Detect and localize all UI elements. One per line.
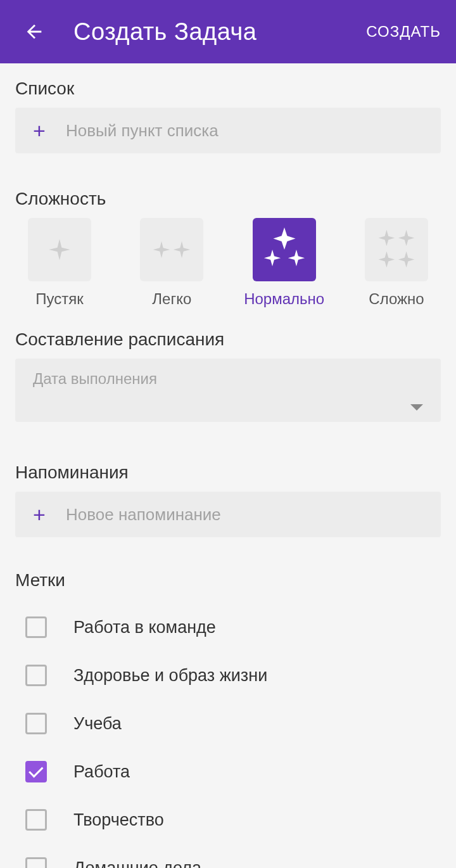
- sparkle-icon: [262, 227, 307, 272]
- schedule-section-label: Составление расписания: [15, 329, 441, 350]
- content: Список + Новый пункт списка Сложность Пу…: [0, 63, 456, 868]
- tag-row-study[interactable]: Учеба: [15, 699, 441, 748]
- difficulty-box: [253, 218, 316, 281]
- tag-label: Работа: [73, 762, 130, 782]
- difficulty-section-label: Сложность: [15, 189, 441, 209]
- add-reminder-row[interactable]: + Новое напоминание: [15, 492, 441, 537]
- tag-row-teamwork[interactable]: Работа в команде: [15, 603, 441, 651]
- tag-row-work[interactable]: Работа: [15, 748, 441, 796]
- checkbox[interactable]: [25, 809, 47, 831]
- checkbox[interactable]: [25, 616, 47, 638]
- checkbox[interactable]: [25, 857, 47, 868]
- reminder-placeholder: Новое напоминание: [66, 505, 221, 525]
- sparkle-icon: [47, 237, 72, 262]
- due-date-placeholder: Дата выполнения: [33, 370, 157, 388]
- difficulty-label: Нормально: [244, 290, 324, 308]
- due-date-selector[interactable]: Дата выполнения: [15, 359, 441, 422]
- tag-label: Домашние дела: [73, 858, 201, 869]
- tag-label: Учеба: [73, 714, 122, 734]
- checkbox[interactable]: [25, 761, 47, 782]
- difficulty-medium[interactable]: Нормально: [240, 218, 329, 308]
- difficulty-label: Легко: [152, 290, 191, 308]
- difficulty-hard[interactable]: Сложно: [352, 218, 441, 308]
- difficulty-box: [140, 218, 203, 281]
- reminders-section-label: Напоминания: [15, 463, 441, 483]
- difficulty-box: [28, 218, 91, 281]
- list-section-label: Список: [15, 79, 441, 99]
- difficulty-label: Пустяк: [35, 290, 83, 308]
- arrow-left-icon: [23, 21, 45, 42]
- chevron-down-icon: [410, 404, 423, 411]
- tag-row-health[interactable]: Здоровье и образ жизни: [15, 651, 441, 699]
- tags-section-label: Метки: [15, 570, 441, 590]
- difficulty-box: [365, 218, 428, 281]
- tag-label: Здоровье и образ жизни: [73, 666, 267, 686]
- plus-icon: +: [28, 502, 51, 527]
- sparkle-icon: [151, 237, 192, 262]
- plus-icon: +: [28, 118, 51, 143]
- tag-label: Работа в команде: [73, 618, 216, 637]
- page-title: Создать Задача: [73, 18, 366, 46]
- tag-row-chores[interactable]: Домашние дела: [15, 844, 441, 868]
- difficulty-label: Сложно: [369, 290, 424, 308]
- sparkle-icon: [375, 228, 418, 271]
- add-list-item-row[interactable]: + Новый пункт списка: [15, 108, 441, 153]
- create-button[interactable]: СОЗДАТЬ: [366, 23, 441, 41]
- difficulty-easy[interactable]: Легко: [127, 218, 216, 308]
- difficulty-row: Пустяк Легко Нормально: [15, 218, 441, 308]
- back-button[interactable]: [22, 19, 47, 44]
- tags-list: Работа в команде Здоровье и образ жизни …: [15, 603, 441, 868]
- tag-row-creativity[interactable]: Творчество: [15, 796, 441, 844]
- difficulty-trivial[interactable]: Пустяк: [15, 218, 104, 308]
- list-item-placeholder: Новый пункт списка: [66, 121, 218, 141]
- checkbox[interactable]: [25, 665, 47, 686]
- tag-label: Творчество: [73, 810, 164, 830]
- app-header: Создать Задача СОЗДАТЬ: [0, 0, 456, 63]
- checkbox[interactable]: [25, 713, 47, 734]
